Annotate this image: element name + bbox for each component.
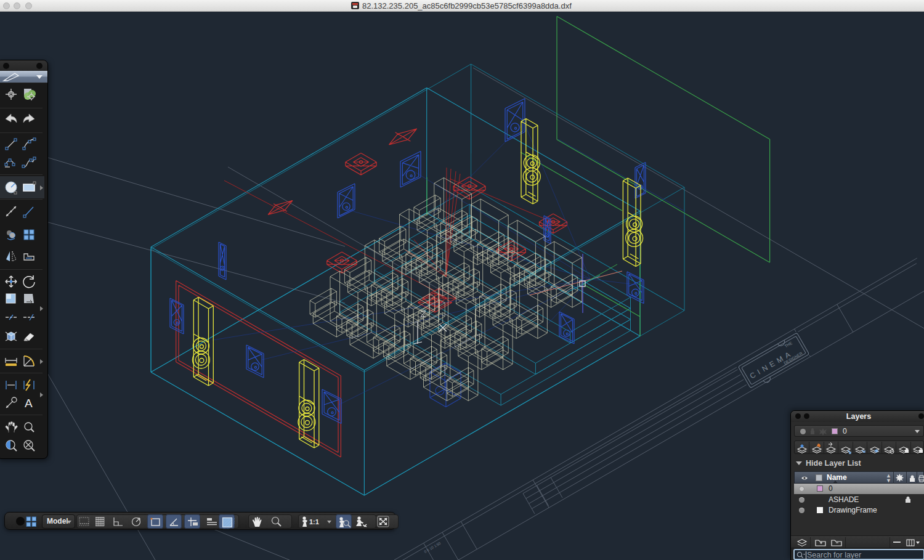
svg-text:A: A [25, 397, 33, 410]
svg-text:1:1: 1:1 [309, 518, 319, 526]
